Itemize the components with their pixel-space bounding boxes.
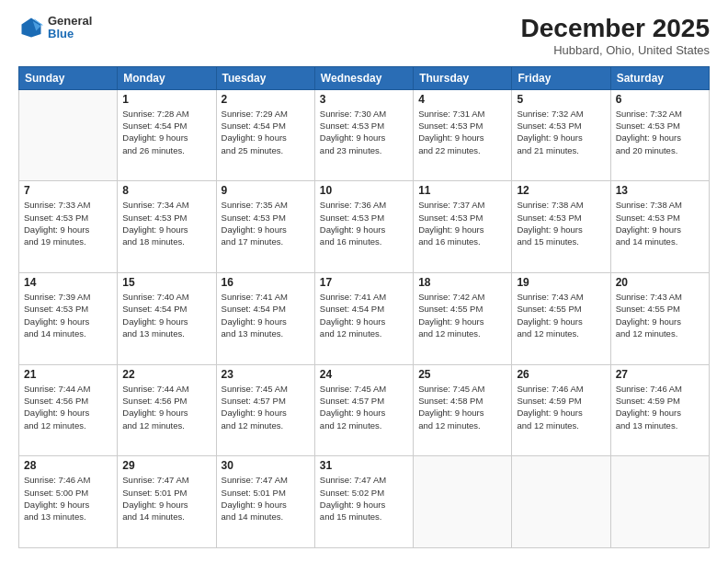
day-number: 14 — [24, 276, 112, 289]
day-number: 28 — [24, 459, 112, 472]
day-number: 23 — [222, 368, 310, 381]
day-number: 5 — [517, 93, 605, 106]
calendar: SundayMondayTuesdayWednesdayThursdayFrid… — [18, 66, 710, 548]
day-info: Sunrise: 7:35 AM Sunset: 4:53 PM Dayligh… — [222, 199, 310, 247]
day-cell: 29Sunrise: 7:47 AM Sunset: 5:01 PM Dayli… — [118, 456, 216, 548]
day-cell: 19Sunrise: 7:43 AM Sunset: 4:55 PM Dayli… — [512, 273, 610, 365]
day-cell: 5Sunrise: 7:32 AM Sunset: 4:53 PM Daylig… — [512, 89, 610, 181]
day-cell: 12Sunrise: 7:38 AM Sunset: 4:53 PM Dayli… — [512, 181, 610, 273]
day-number: 11 — [418, 184, 506, 197]
weekday-tuesday: Tuesday — [216, 66, 314, 89]
day-info: Sunrise: 7:44 AM Sunset: 4:56 PM Dayligh… — [122, 383, 210, 431]
day-cell: 24Sunrise: 7:45 AM Sunset: 4:57 PM Dayli… — [314, 364, 413, 456]
weekday-friday: Friday — [512, 66, 610, 89]
day-cell — [414, 456, 512, 548]
weekday-sunday: Sunday — [19, 66, 118, 89]
day-info: Sunrise: 7:30 AM Sunset: 4:53 PM Dayligh… — [320, 108, 408, 156]
weekday-saturday: Saturday — [610, 66, 709, 89]
day-number: 29 — [122, 459, 210, 472]
day-info: Sunrise: 7:42 AM Sunset: 4:55 PM Dayligh… — [418, 291, 506, 339]
day-info: Sunrise: 7:46 AM Sunset: 5:00 PM Dayligh… — [24, 474, 112, 523]
weekday-header-row: SundayMondayTuesdayWednesdayThursdayFrid… — [19, 66, 710, 89]
day-info: Sunrise: 7:36 AM Sunset: 4:53 PM Dayligh… — [320, 199, 408, 247]
weekday-wednesday: Wednesday — [314, 66, 413, 89]
day-number: 17 — [320, 276, 408, 289]
day-info: Sunrise: 7:39 AM Sunset: 4:53 PM Dayligh… — [24, 291, 112, 339]
month-title: December 2025 — [521, 15, 710, 43]
day-info: Sunrise: 7:34 AM Sunset: 4:53 PM Dayligh… — [122, 199, 210, 247]
day-cell: 31Sunrise: 7:47 AM Sunset: 5:02 PM Dayli… — [314, 456, 413, 548]
day-info: Sunrise: 7:47 AM Sunset: 5:02 PM Dayligh… — [320, 474, 408, 523]
day-info: Sunrise: 7:29 AM Sunset: 4:54 PM Dayligh… — [222, 108, 310, 156]
day-cell: 21Sunrise: 7:44 AM Sunset: 4:56 PM Dayli… — [19, 364, 118, 456]
logo-text: General Blue — [48, 15, 92, 41]
day-number: 4 — [418, 93, 506, 106]
day-cell: 6Sunrise: 7:32 AM Sunset: 4:53 PM Daylig… — [610, 89, 709, 181]
day-number: 30 — [222, 459, 310, 472]
day-number: 16 — [222, 276, 310, 289]
day-cell: 4Sunrise: 7:31 AM Sunset: 4:53 PM Daylig… — [414, 89, 512, 181]
day-cell: 7Sunrise: 7:33 AM Sunset: 4:53 PM Daylig… — [19, 181, 118, 273]
day-info: Sunrise: 7:37 AM Sunset: 4:53 PM Dayligh… — [418, 199, 506, 247]
day-cell: 9Sunrise: 7:35 AM Sunset: 4:53 PM Daylig… — [216, 181, 314, 273]
day-info: Sunrise: 7:47 AM Sunset: 5:01 PM Dayligh… — [122, 474, 210, 523]
logo-blue: Blue — [48, 28, 92, 40]
day-info: Sunrise: 7:46 AM Sunset: 4:59 PM Dayligh… — [616, 383, 704, 431]
day-info: Sunrise: 7:41 AM Sunset: 4:54 PM Dayligh… — [222, 291, 310, 339]
day-info: Sunrise: 7:32 AM Sunset: 4:53 PM Dayligh… — [517, 108, 605, 156]
day-number: 27 — [616, 368, 704, 381]
day-number: 10 — [320, 184, 408, 197]
day-cell: 17Sunrise: 7:41 AM Sunset: 4:54 PM Dayli… — [314, 273, 413, 365]
day-cell: 3Sunrise: 7:30 AM Sunset: 4:53 PM Daylig… — [314, 89, 413, 181]
day-cell: 15Sunrise: 7:40 AM Sunset: 4:54 PM Dayli… — [118, 273, 216, 365]
day-number: 31 — [320, 459, 408, 472]
day-number: 24 — [320, 368, 408, 381]
header: General Blue December 2025 Hubbard, Ohio… — [18, 15, 710, 57]
day-cell: 18Sunrise: 7:42 AM Sunset: 4:55 PM Dayli… — [414, 273, 512, 365]
day-number: 7 — [24, 184, 112, 197]
day-info: Sunrise: 7:40 AM Sunset: 4:54 PM Dayligh… — [122, 291, 210, 339]
day-info: Sunrise: 7:44 AM Sunset: 4:56 PM Dayligh… — [24, 383, 112, 431]
day-number: 20 — [616, 276, 704, 289]
day-cell: 25Sunrise: 7:45 AM Sunset: 4:58 PM Dayli… — [414, 364, 512, 456]
weekday-monday: Monday — [118, 66, 216, 89]
day-cell: 16Sunrise: 7:41 AM Sunset: 4:54 PM Dayli… — [216, 273, 314, 365]
day-cell: 2Sunrise: 7:29 AM Sunset: 4:54 PM Daylig… — [216, 89, 314, 181]
day-number: 6 — [616, 93, 704, 106]
day-info: Sunrise: 7:32 AM Sunset: 4:53 PM Dayligh… — [616, 108, 704, 156]
day-info: Sunrise: 7:41 AM Sunset: 4:54 PM Dayligh… — [320, 291, 408, 339]
day-cell: 27Sunrise: 7:46 AM Sunset: 4:59 PM Dayli… — [610, 364, 709, 456]
day-cell: 8Sunrise: 7:34 AM Sunset: 4:53 PM Daylig… — [118, 181, 216, 273]
day-number: 22 — [122, 368, 210, 381]
day-info: Sunrise: 7:45 AM Sunset: 4:57 PM Dayligh… — [222, 383, 310, 431]
day-info: Sunrise: 7:46 AM Sunset: 4:59 PM Dayligh… — [517, 383, 605, 431]
day-cell — [512, 456, 610, 548]
day-info: Sunrise: 7:45 AM Sunset: 4:58 PM Dayligh… — [418, 383, 506, 431]
day-number: 19 — [517, 276, 605, 289]
day-number: 8 — [122, 184, 210, 197]
day-info: Sunrise: 7:33 AM Sunset: 4:53 PM Dayligh… — [24, 199, 112, 247]
day-cell: 20Sunrise: 7:43 AM Sunset: 4:55 PM Dayli… — [610, 273, 709, 365]
week-row-1: 1Sunrise: 7:28 AM Sunset: 4:54 PM Daylig… — [19, 89, 710, 181]
day-number: 2 — [222, 93, 310, 106]
day-cell — [610, 456, 709, 548]
title-area: December 2025 Hubbard, Ohio, United Stat… — [521, 15, 710, 57]
day-info: Sunrise: 7:43 AM Sunset: 4:55 PM Dayligh… — [517, 291, 605, 339]
day-number: 18 — [418, 276, 506, 289]
day-cell: 26Sunrise: 7:46 AM Sunset: 4:59 PM Dayli… — [512, 364, 610, 456]
day-cell: 10Sunrise: 7:36 AM Sunset: 4:53 PM Dayli… — [314, 181, 413, 273]
logo-icon — [18, 15, 44, 40]
day-number: 9 — [222, 184, 310, 197]
day-number: 12 — [517, 184, 605, 197]
day-info: Sunrise: 7:38 AM Sunset: 4:53 PM Dayligh… — [517, 199, 605, 247]
logo-general: General — [48, 15, 92, 28]
day-number: 13 — [616, 184, 704, 197]
week-row-4: 21Sunrise: 7:44 AM Sunset: 4:56 PM Dayli… — [19, 364, 710, 456]
day-number: 1 — [122, 93, 210, 106]
page: General Blue December 2025 Hubbard, Ohio… — [0, 0, 728, 563]
logo: General Blue — [18, 15, 92, 41]
day-info: Sunrise: 7:47 AM Sunset: 5:01 PM Dayligh… — [222, 474, 310, 523]
day-cell: 22Sunrise: 7:44 AM Sunset: 4:56 PM Dayli… — [118, 364, 216, 456]
day-cell: 28Sunrise: 7:46 AM Sunset: 5:00 PM Dayli… — [19, 456, 118, 548]
day-info: Sunrise: 7:45 AM Sunset: 4:57 PM Dayligh… — [320, 383, 408, 431]
